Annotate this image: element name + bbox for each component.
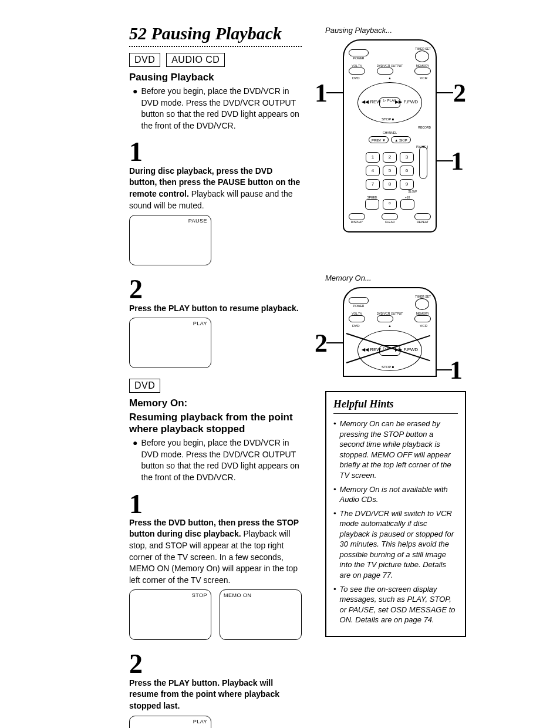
remote-prev-button: PREV ▼: [369, 136, 389, 143]
remote-num-9: 9: [400, 179, 414, 190]
remote-repeat-label: REPEAT: [414, 220, 431, 224]
remote2-dpad: ▷ PLAY ◀◀ REW ▶▶ F.FWD STOP ■: [357, 330, 422, 371]
remote-plus10-button: [400, 199, 414, 210]
remote-caption-1: Pausing Playback...: [325, 26, 466, 35]
remote-repeat-button: [414, 213, 431, 220]
remote-control-2: POWER TIMER SET VOL TV DVD/VCR OUTPUT ME…: [343, 287, 437, 377]
hint-3: The DVD/VCR will switch to VCR mode auto…: [340, 508, 458, 581]
tv-screen-memo: MEMO ON: [220, 589, 302, 640]
remote-num-2: 2: [383, 152, 397, 163]
step-1-number: 1: [129, 140, 302, 164]
helpful-hints-box: Helpful Hints Memory On can be erased by…: [325, 391, 466, 637]
tv-screen-play-2: PLAY: [129, 716, 211, 728]
remote-num-1: 1: [366, 152, 380, 163]
remote-power-label: POWER: [349, 56, 369, 60]
section-pausing-note-text: Before you begin, place the DVD/VCR in D…: [141, 86, 302, 132]
badge-audiocd: AUDIO CD: [166, 53, 225, 67]
mem-step-2-bold: Press the PLAY button. Playback will res…: [129, 678, 279, 710]
step-2-text: Press the PLAY button to resume playback…: [129, 303, 302, 315]
page-title: 52 Pausing Playback: [129, 23, 302, 43]
bullet-icon: ●: [133, 86, 137, 132]
remote-channel-label: CHANNEL: [383, 131, 397, 134]
title-divider: [129, 46, 302, 47]
remote-num-5: 5: [383, 166, 397, 176]
remote-num-8: 8: [383, 179, 397, 190]
indicator-1-left: 1: [315, 78, 328, 108]
indicator-1-right-line: [437, 160, 453, 161]
page-number: 52: [129, 23, 147, 43]
tv-screen-play: PLAY: [129, 318, 211, 368]
media-badges: DVD AUDIO CD: [129, 53, 302, 67]
tv-screen-stop: STOP: [129, 589, 211, 640]
remote-timerset-label: TIMER SET: [415, 47, 431, 50]
remote-num-0: 0: [383, 199, 397, 210]
remote2-vcr-label: VCR: [420, 324, 427, 328]
remote-numpad-area: PAUSE ‖ 1 2 3 4 5 6 7 8 9 SLOW: [348, 145, 432, 193]
remote-stop-button: STOP ■: [382, 117, 394, 121]
tv-stop-label: STOP: [192, 592, 207, 598]
remote2-timerset-button: [415, 298, 429, 310]
remote2-power-label: POWER: [349, 304, 369, 308]
remote-skip-button: ▲ SKIP: [391, 136, 411, 143]
remote-illustration-1: 1 2 1 POWER TIMER SET VOL TV DVD/VCR OUT…: [325, 39, 454, 232]
remote-dvdvcr-button: [377, 68, 393, 75]
remote-memory-label: MEMORY: [414, 64, 431, 68]
remote-slow-label: SLOW: [348, 190, 432, 193]
indicator-2-right-line: [436, 92, 453, 93]
tv-screen-pause: PAUSE: [129, 215, 211, 265]
remote-voltv-button: [349, 68, 365, 75]
remote-speed-button: [365, 199, 379, 210]
indicator-2-right: 2: [453, 78, 466, 108]
remote2-ffwd-button: ▶▶ F.FWD: [395, 347, 418, 352]
hint-4: To see the on-screen display messages, s…: [340, 584, 458, 625]
mem-step-2-text: Press the PLAY button. Playback will res…: [129, 678, 302, 712]
tv-pause-label: PAUSE: [188, 218, 207, 224]
remote2-dvdvcr-label: DVD/VCR OUTPUT: [377, 312, 403, 315]
remote-timerset-button: [415, 50, 429, 62]
bullet-icon: ●: [133, 437, 137, 483]
remote-num-7: 7: [366, 179, 380, 190]
section-pausing-note: ● Before you begin, place the DVD/VCR in…: [129, 86, 302, 132]
indicator-1-left-line: [326, 92, 344, 93]
section-memory-h1: Memory On:: [129, 397, 302, 409]
mem-step-1-number: 1: [129, 492, 302, 516]
remote-vcr-label: VCR: [420, 76, 427, 80]
remote-caption-2: Memory On...: [325, 274, 466, 282]
step-1-text: During disc playback, press the DVD butt…: [129, 166, 302, 211]
remote2-dvdvcr-button: [377, 315, 393, 322]
triangle-up-icon: ▲: [388, 324, 392, 328]
helpful-hints-title: Helpful Hints: [333, 397, 458, 414]
remote-display-label: DISPLAY: [349, 220, 365, 224]
hint-2: Memory On is not available with Audio CD…: [340, 484, 458, 505]
remote-num-4: 4: [366, 166, 380, 176]
indicator-1-right-2-line: [436, 369, 452, 370]
page-title-text: Pausing Playback: [151, 23, 282, 43]
section-memory-note-text: Before you begin, place the DVD/VCR in D…: [141, 437, 302, 483]
mem-step-1-text: Press the DVD button, then press the STO…: [129, 517, 302, 587]
indicator-2-left-line: [326, 342, 344, 343]
remote-ffwd-button: ▶▶ F.FWD: [395, 99, 418, 105]
badge-dvd: DVD: [129, 53, 160, 67]
step-2-number: 2: [129, 277, 302, 301]
indicator-2-left: 2: [315, 328, 328, 358]
remote-control-1: POWER TIMER SET VOL TV DVD/VCR OUTPUT ME…: [343, 39, 437, 232]
remote-speed-label: SPEED: [365, 196, 379, 199]
remote2-memory-button: [414, 315, 431, 322]
remote2-stop-button: STOP ■: [382, 365, 394, 369]
remote2-power-button: [349, 297, 369, 304]
remote-clear-button: [382, 213, 398, 220]
tv-play-label: PLAY: [193, 321, 207, 326]
section-memory-note: ● Before you begin, place the DVD/VCR in…: [129, 437, 302, 483]
remote-memory-button: [414, 68, 431, 75]
triangle-up-icon: ▲: [388, 76, 392, 80]
remote-dvd-label: DVD: [352, 76, 360, 80]
remote2-rew-button: ◀◀ REW: [362, 347, 381, 352]
step-2-bold: Press the PLAY button to resume playback…: [129, 304, 299, 313]
section-memory-h2: Resuming playback from the point where p…: [129, 412, 302, 435]
media-badges-2: DVD: [129, 379, 302, 393]
remote-illustration-2: 2 1 POWER TIMER SET VOL TV DVD/VCR OUTPU…: [325, 287, 454, 377]
remote2-dvd-label: DVD: [352, 324, 360, 328]
remote2-voltv-button: [349, 315, 365, 322]
section-pausing-heading: Pausing Playback: [129, 72, 302, 83]
remote-clear-label: CLEAR: [382, 220, 398, 224]
